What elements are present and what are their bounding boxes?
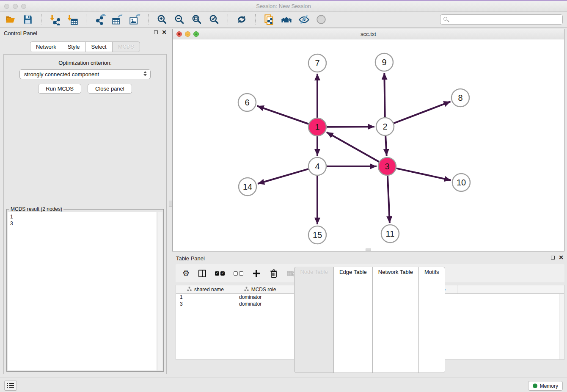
graph-node-10[interactable]: 10 (452, 174, 470, 191)
graph-node-14[interactable]: 14 (239, 178, 256, 196)
control-panel-title: Control Panel (4, 30, 37, 36)
edge-2-8[interactable] (394, 102, 451, 123)
tab-select[interactable]: Select (85, 41, 113, 52)
toolbar-search (440, 14, 563, 25)
tab-mcds[interactable]: MCDS (112, 41, 140, 52)
apply-layout-icon[interactable] (236, 14, 248, 25)
memory-label: Memory (540, 383, 558, 389)
memory-button[interactable]: Memory (528, 381, 563, 391)
mcds-tab-content: Optimization criterion: strongly connect… (3, 54, 167, 374)
float-panel-icon[interactable] (154, 30, 158, 34)
status-bar: Memory (0, 378, 567, 392)
tab-style[interactable]: Style (62, 41, 86, 52)
main-toolbar (0, 12, 567, 28)
graph-node-8[interactable]: 8 (451, 89, 469, 107)
control-panel-header: Control Panel ✕ (0, 28, 170, 39)
toolbar-separator (228, 14, 228, 25)
node-label: 10 (457, 178, 466, 187)
network-window-titlebar: ✕ − + scc.txt (173, 29, 564, 39)
graph-node-9[interactable]: 9 (375, 53, 393, 71)
horizontal-splitter-handle[interactable] (366, 248, 371, 251)
table-panel: Table Panel ✕ ⚙ ✓✓ (172, 253, 567, 377)
search-input[interactable] (440, 14, 563, 25)
mcds-result-title: MCDS result (2 nodes) (9, 206, 63, 212)
graph-node-6[interactable]: 6 (238, 94, 256, 111)
mcds-result-list: 1 3 (8, 212, 157, 370)
first-neighbors-icon[interactable] (281, 14, 292, 25)
import-network-icon[interactable] (49, 14, 61, 25)
graph-node-11[interactable]: 11 (381, 225, 399, 243)
toolbar-separator (255, 14, 256, 25)
node-label: 2 (383, 122, 387, 131)
import-table-icon[interactable] (66, 14, 78, 25)
result-scrollbar[interactable] (157, 212, 162, 370)
edge-3-11[interactable] (388, 176, 390, 223)
edge-3-10[interactable] (396, 168, 451, 180)
graph-node-4[interactable]: 4 (308, 157, 326, 175)
new-network-from-selection-icon[interactable] (263, 14, 275, 25)
network-view-window: ✕ − + scc.txt 7968124314101511 (172, 29, 564, 251)
select-arrows-icon (143, 71, 147, 76)
optimization-criterion-label: Optimization criterion: (4, 60, 166, 66)
zoom-selected-icon[interactable] (208, 14, 220, 25)
node-label: 3 (385, 162, 389, 171)
export-image-icon[interactable] (129, 14, 140, 25)
network-window-title: scc.txt (173, 31, 564, 37)
network-canvas[interactable]: 7968124314101511 (173, 39, 564, 251)
edge-1-2[interactable] (327, 127, 374, 127)
show-all-icon (315, 14, 327, 25)
toolbar-separator (41, 14, 41, 25)
task-history-button[interactable] (4, 381, 17, 391)
node-label: 1 (315, 122, 319, 132)
table-tab-motifs[interactable]: Motifs (418, 267, 445, 373)
zoom-out-icon[interactable] (173, 14, 185, 25)
node-label: 15 (313, 230, 322, 240)
node-label: 6 (245, 98, 249, 107)
edge-1-6[interactable] (257, 106, 309, 124)
network-graph: 7968124314101511 (173, 39, 564, 251)
node-label: 9 (382, 58, 386, 67)
optimization-criterion-value: strongly connected component (24, 71, 99, 77)
close-table-panel-icon[interactable]: ✕ (559, 255, 564, 260)
node-label: 7 (315, 58, 319, 68)
zoom-in-icon[interactable] (156, 14, 168, 25)
table-tab-edge-table[interactable]: Edge Table (333, 267, 373, 373)
list-icon (7, 383, 14, 389)
graph-node-1[interactable]: 1 (308, 118, 326, 136)
graph-node-3[interactable]: 3 (378, 157, 396, 175)
optimization-criterion-select[interactable]: strongly connected component (19, 69, 151, 79)
control-panel-tabs: NetworkStyleSelectMCDS (0, 41, 170, 52)
export-network-icon[interactable] (94, 14, 106, 25)
tab-network[interactable]: Network (30, 41, 62, 52)
float-table-panel-icon[interactable] (551, 256, 555, 259)
run-mcds-button[interactable]: Run MCDS (38, 84, 81, 94)
graph-node-15[interactable]: 15 (308, 226, 326, 244)
node-label: 11 (386, 229, 395, 238)
zoom-fit-icon[interactable] (191, 14, 203, 25)
node-label: 8 (458, 93, 462, 102)
table-tab-node-table[interactable]: Node Table (294, 267, 334, 373)
control-panel: Control Panel ✕ NetworkStyleSelectMCDS O… (0, 28, 170, 375)
graph-node-2[interactable]: 2 (376, 118, 394, 135)
hide-selected-icon[interactable] (298, 14, 310, 25)
export-table-icon[interactable] (111, 14, 123, 25)
toolbar-separator (86, 14, 86, 25)
toolbar-separator (148, 14, 149, 25)
search-icon (443, 17, 447, 21)
save-session-icon[interactable] (22, 14, 33, 25)
edge-4-14[interactable] (258, 169, 308, 184)
table-panel-title: Table Panel (176, 255, 205, 262)
node-label: 4 (315, 162, 319, 171)
close-panel-button[interactable]: Close panel (88, 84, 132, 94)
open-file-icon[interactable] (4, 14, 16, 25)
app-titlebar: Session: New Session (0, 1, 567, 12)
table-panel-header: Table Panel ✕ (172, 253, 567, 264)
close-panel-icon[interactable]: ✕ (162, 30, 167, 35)
edge-3-1[interactable] (327, 132, 379, 162)
graph-node-7[interactable]: 7 (308, 54, 326, 72)
mcds-result-group: MCDS result (2 nodes) 1 3 (6, 209, 164, 372)
edge-2-3[interactable] (385, 136, 387, 156)
table-tabs: Node TableEdge TableNetwork TableMotifs (172, 267, 567, 373)
edge-2-9[interactable] (384, 73, 385, 117)
table-tab-network-table[interactable]: Network Table (372, 267, 419, 373)
